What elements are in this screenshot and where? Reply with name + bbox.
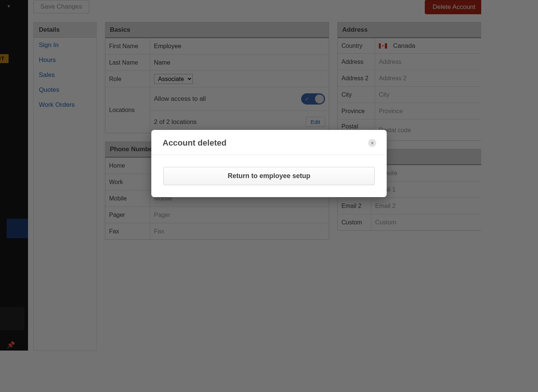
- modal-title: Account deleted: [163, 138, 368, 148]
- return-to-employee-setup-button[interactable]: Return to employee setup: [163, 167, 375, 185]
- account-deleted-modal: Account deleted ✕ Return to employee set…: [151, 130, 387, 197]
- modal-overlay: Account deleted ✕ Return to employee set…: [0, 0, 481, 351]
- close-icon: ✕: [370, 140, 374, 146]
- modal-close-button[interactable]: ✕: [368, 139, 376, 147]
